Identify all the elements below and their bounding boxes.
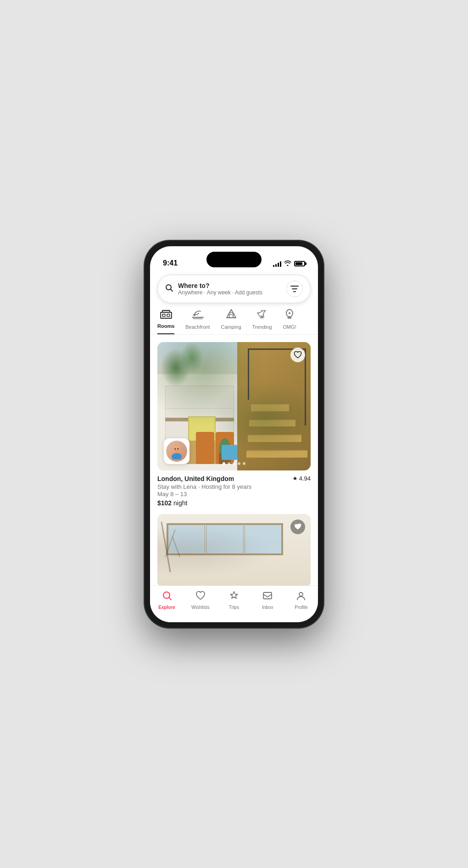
listing-info-1: London, United Kingdom 4.94 Stay with Le… <box>157 470 311 514</box>
listing-host-desc: Stay with Lena · Hosting for 8 years <box>157 483 311 490</box>
svg-rect-3 <box>167 314 170 316</box>
trips-icon <box>229 591 239 603</box>
status-time: 9:41 <box>163 259 178 267</box>
listing-price: $102 night <box>157 499 311 507</box>
search-icon <box>165 284 173 294</box>
host-avatar-1 <box>164 438 189 464</box>
star-icon <box>292 476 298 481</box>
phone-screen: 9:41 <box>150 246 318 622</box>
svg-point-4 <box>193 314 195 316</box>
host-photo <box>168 443 185 459</box>
filter-button[interactable] <box>286 281 303 297</box>
tab-trending-label: Trending <box>252 324 272 330</box>
wishlist-button-2[interactable] <box>290 520 305 534</box>
nav-explore[interactable]: Explore <box>150 591 184 610</box>
nav-explore-label: Explore <box>158 605 175 610</box>
search-title: Where to? <box>178 282 282 289</box>
svg-point-14 <box>299 592 303 596</box>
inbox-icon <box>262 591 273 603</box>
listing-location: London, United Kingdom <box>157 475 234 482</box>
tab-camping[interactable]: Camping <box>221 309 241 334</box>
wifi-icon <box>284 260 291 267</box>
tab-trending[interactable]: Trending <box>252 309 272 334</box>
wishlists-icon <box>195 591 206 603</box>
nav-inbox[interactable]: Inbox <box>251 591 284 610</box>
svg-rect-13 <box>263 592 272 599</box>
listing-card-2[interactable] <box>157 514 311 586</box>
svg-point-8 <box>172 453 182 459</box>
tab-rooms[interactable]: Rooms <box>157 309 174 334</box>
search-bar[interactable]: Where to? Anywhere · Any week · Add gues… <box>157 275 311 303</box>
svg-rect-2 <box>162 314 165 316</box>
filter-icon <box>290 286 299 292</box>
listing-card-1[interactable]: London, United Kingdom 4.94 Stay with Le… <box>157 342 311 514</box>
dynamic-island <box>206 252 262 267</box>
search-subtitle: Anywhere · Any week · Add guests <box>178 289 282 296</box>
nav-wishlists[interactable]: Wishlists <box>184 591 217 610</box>
tab-camping-label: Camping <box>221 324 241 330</box>
explore-icon <box>162 591 172 603</box>
search-text-group: Where to? Anywhere · Any week · Add gues… <box>178 282 282 296</box>
tab-rooms-label: Rooms <box>157 323 174 329</box>
omg-icon <box>283 309 296 322</box>
listing-image-2 <box>157 514 311 586</box>
wishlist-button-1[interactable] <box>290 348 305 362</box>
profile-icon <box>296 591 306 603</box>
nav-trips-label: Trips <box>229 605 239 610</box>
bottom-nav: Explore Wishlists Trips <box>150 586 318 622</box>
beachfront-icon <box>191 309 204 322</box>
heart-icon <box>294 351 302 359</box>
category-tabs: Rooms Beachfront <box>150 309 318 335</box>
tab-beachfront-label: Beachfront <box>185 324 210 330</box>
rooms-icon <box>160 309 173 321</box>
phone-frame: 9:41 <box>145 241 323 628</box>
camping-icon <box>225 309 238 322</box>
svg-point-10 <box>175 448 176 449</box>
listing-rating: 4.94 <box>292 475 311 482</box>
listing-image-1 <box>157 342 311 470</box>
nav-trips[interactable]: Trips <box>217 591 251 610</box>
tab-beachfront[interactable]: Beachfront <box>185 309 210 334</box>
svg-point-11 <box>178 448 179 449</box>
heart-icon-2 <box>294 524 301 530</box>
listing-title-row: London, United Kingdom 4.94 <box>157 475 311 482</box>
battery-icon <box>294 261 305 266</box>
nav-profile-label: Profile <box>295 605 307 610</box>
tab-omg[interactable]: OMG! <box>283 309 296 334</box>
listing-dates: May 8 – 13 <box>157 491 311 498</box>
signal-icon <box>273 260 281 267</box>
status-icons <box>273 260 305 267</box>
tab-omg-label: OMG! <box>283 324 296 330</box>
svg-point-6 <box>289 312 290 314</box>
main-scroll[interactable]: Where to? Anywhere · Any week · Add gues… <box>150 271 318 586</box>
nav-inbox-label: Inbox <box>262 605 273 610</box>
nav-profile[interactable]: Profile <box>284 591 318 610</box>
nav-wishlists-label: Wishlists <box>191 605 209 610</box>
trending-icon <box>256 309 268 322</box>
image-dots <box>223 462 245 465</box>
